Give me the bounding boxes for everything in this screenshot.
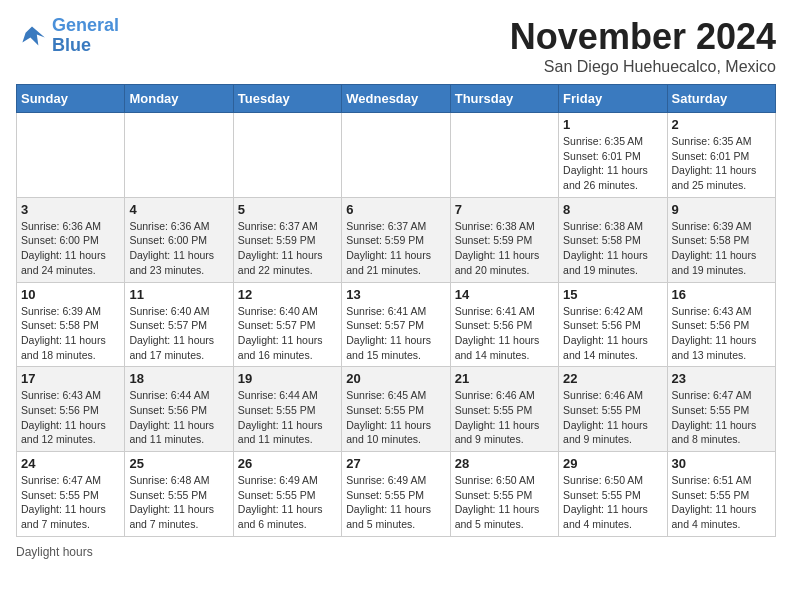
day-number: 7 bbox=[455, 202, 554, 217]
calendar-cell: 30Sunrise: 6:51 AMSunset: 5:55 PMDayligh… bbox=[667, 452, 775, 537]
day-number: 16 bbox=[672, 287, 771, 302]
day-info: Sunrise: 6:49 AMSunset: 5:55 PMDaylight:… bbox=[238, 473, 337, 532]
month-title: November 2024 bbox=[510, 16, 776, 58]
calendar-cell: 13Sunrise: 6:41 AMSunset: 5:57 PMDayligh… bbox=[342, 282, 450, 367]
calendar-cell bbox=[450, 113, 558, 198]
day-number: 4 bbox=[129, 202, 228, 217]
calendar-cell: 27Sunrise: 6:49 AMSunset: 5:55 PMDayligh… bbox=[342, 452, 450, 537]
day-info: Sunrise: 6:45 AMSunset: 5:55 PMDaylight:… bbox=[346, 388, 445, 447]
day-number: 3 bbox=[21, 202, 120, 217]
day-number: 29 bbox=[563, 456, 662, 471]
calendar-cell: 2Sunrise: 6:35 AMSunset: 6:01 PMDaylight… bbox=[667, 113, 775, 198]
calendar-cell: 17Sunrise: 6:43 AMSunset: 5:56 PMDayligh… bbox=[17, 367, 125, 452]
calendar-cell: 1Sunrise: 6:35 AMSunset: 6:01 PMDaylight… bbox=[559, 113, 667, 198]
day-number: 9 bbox=[672, 202, 771, 217]
footer: Daylight hours bbox=[16, 545, 776, 559]
day-info: Sunrise: 6:47 AMSunset: 5:55 PMDaylight:… bbox=[21, 473, 120, 532]
calendar-header-monday: Monday bbox=[125, 85, 233, 113]
calendar-cell: 21Sunrise: 6:46 AMSunset: 5:55 PMDayligh… bbox=[450, 367, 558, 452]
day-number: 20 bbox=[346, 371, 445, 386]
day-number: 28 bbox=[455, 456, 554, 471]
day-number: 8 bbox=[563, 202, 662, 217]
day-info: Sunrise: 6:43 AMSunset: 5:56 PMDaylight:… bbox=[672, 304, 771, 363]
day-info: Sunrise: 6:39 AMSunset: 5:58 PMDaylight:… bbox=[672, 219, 771, 278]
calendar-cell: 10Sunrise: 6:39 AMSunset: 5:58 PMDayligh… bbox=[17, 282, 125, 367]
day-number: 27 bbox=[346, 456, 445, 471]
calendar-cell: 11Sunrise: 6:40 AMSunset: 5:57 PMDayligh… bbox=[125, 282, 233, 367]
day-info: Sunrise: 6:41 AMSunset: 5:57 PMDaylight:… bbox=[346, 304, 445, 363]
day-number: 24 bbox=[21, 456, 120, 471]
calendar-week-row: 17Sunrise: 6:43 AMSunset: 5:56 PMDayligh… bbox=[17, 367, 776, 452]
calendar-header-saturday: Saturday bbox=[667, 85, 775, 113]
day-number: 2 bbox=[672, 117, 771, 132]
day-number: 11 bbox=[129, 287, 228, 302]
location-subtitle: San Diego Huehuecalco, Mexico bbox=[510, 58, 776, 76]
day-info: Sunrise: 6:35 AMSunset: 6:01 PMDaylight:… bbox=[563, 134, 662, 193]
calendar-cell: 14Sunrise: 6:41 AMSunset: 5:56 PMDayligh… bbox=[450, 282, 558, 367]
day-info: Sunrise: 6:36 AMSunset: 6:00 PMDaylight:… bbox=[21, 219, 120, 278]
calendar-cell: 8Sunrise: 6:38 AMSunset: 5:58 PMDaylight… bbox=[559, 197, 667, 282]
day-number: 22 bbox=[563, 371, 662, 386]
calendar-cell: 6Sunrise: 6:37 AMSunset: 5:59 PMDaylight… bbox=[342, 197, 450, 282]
day-info: Sunrise: 6:51 AMSunset: 5:55 PMDaylight:… bbox=[672, 473, 771, 532]
day-info: Sunrise: 6:48 AMSunset: 5:55 PMDaylight:… bbox=[129, 473, 228, 532]
calendar-header-friday: Friday bbox=[559, 85, 667, 113]
calendar-cell: 28Sunrise: 6:50 AMSunset: 5:55 PMDayligh… bbox=[450, 452, 558, 537]
calendar-header-thursday: Thursday bbox=[450, 85, 558, 113]
day-info: Sunrise: 6:36 AMSunset: 6:00 PMDaylight:… bbox=[129, 219, 228, 278]
calendar-cell: 5Sunrise: 6:37 AMSunset: 5:59 PMDaylight… bbox=[233, 197, 341, 282]
calendar-header-sunday: Sunday bbox=[17, 85, 125, 113]
day-number: 17 bbox=[21, 371, 120, 386]
logo: General Blue bbox=[16, 16, 119, 56]
day-info: Sunrise: 6:39 AMSunset: 5:58 PMDaylight:… bbox=[21, 304, 120, 363]
page-header: General Blue November 2024 San Diego Hue… bbox=[16, 16, 776, 76]
calendar-cell bbox=[17, 113, 125, 198]
day-number: 30 bbox=[672, 456, 771, 471]
day-info: Sunrise: 6:41 AMSunset: 5:56 PMDaylight:… bbox=[455, 304, 554, 363]
calendar-cell: 9Sunrise: 6:39 AMSunset: 5:58 PMDaylight… bbox=[667, 197, 775, 282]
calendar-cell bbox=[125, 113, 233, 198]
calendar-cell: 15Sunrise: 6:42 AMSunset: 5:56 PMDayligh… bbox=[559, 282, 667, 367]
calendar-week-row: 3Sunrise: 6:36 AMSunset: 6:00 PMDaylight… bbox=[17, 197, 776, 282]
calendar-header-wednesday: Wednesday bbox=[342, 85, 450, 113]
calendar-table: SundayMondayTuesdayWednesdayThursdayFrid… bbox=[16, 84, 776, 537]
day-number: 21 bbox=[455, 371, 554, 386]
calendar-cell: 22Sunrise: 6:46 AMSunset: 5:55 PMDayligh… bbox=[559, 367, 667, 452]
calendar-week-row: 10Sunrise: 6:39 AMSunset: 5:58 PMDayligh… bbox=[17, 282, 776, 367]
day-info: Sunrise: 6:38 AMSunset: 5:59 PMDaylight:… bbox=[455, 219, 554, 278]
day-info: Sunrise: 6:42 AMSunset: 5:56 PMDaylight:… bbox=[563, 304, 662, 363]
day-info: Sunrise: 6:47 AMSunset: 5:55 PMDaylight:… bbox=[672, 388, 771, 447]
calendar-header-tuesday: Tuesday bbox=[233, 85, 341, 113]
day-number: 25 bbox=[129, 456, 228, 471]
calendar-cell: 4Sunrise: 6:36 AMSunset: 6:00 PMDaylight… bbox=[125, 197, 233, 282]
calendar-cell: 20Sunrise: 6:45 AMSunset: 5:55 PMDayligh… bbox=[342, 367, 450, 452]
calendar-cell: 18Sunrise: 6:44 AMSunset: 5:56 PMDayligh… bbox=[125, 367, 233, 452]
calendar-cell: 23Sunrise: 6:47 AMSunset: 5:55 PMDayligh… bbox=[667, 367, 775, 452]
day-number: 18 bbox=[129, 371, 228, 386]
day-number: 14 bbox=[455, 287, 554, 302]
day-info: Sunrise: 6:38 AMSunset: 5:58 PMDaylight:… bbox=[563, 219, 662, 278]
calendar-week-row: 24Sunrise: 6:47 AMSunset: 5:55 PMDayligh… bbox=[17, 452, 776, 537]
calendar-cell: 19Sunrise: 6:44 AMSunset: 5:55 PMDayligh… bbox=[233, 367, 341, 452]
calendar-cell: 25Sunrise: 6:48 AMSunset: 5:55 PMDayligh… bbox=[125, 452, 233, 537]
day-info: Sunrise: 6:44 AMSunset: 5:56 PMDaylight:… bbox=[129, 388, 228, 447]
calendar-cell: 16Sunrise: 6:43 AMSunset: 5:56 PMDayligh… bbox=[667, 282, 775, 367]
day-number: 6 bbox=[346, 202, 445, 217]
day-info: Sunrise: 6:46 AMSunset: 5:55 PMDaylight:… bbox=[563, 388, 662, 447]
day-number: 23 bbox=[672, 371, 771, 386]
title-block: November 2024 San Diego Huehuecalco, Mex… bbox=[510, 16, 776, 76]
calendar-cell: 29Sunrise: 6:50 AMSunset: 5:55 PMDayligh… bbox=[559, 452, 667, 537]
day-info: Sunrise: 6:40 AMSunset: 5:57 PMDaylight:… bbox=[129, 304, 228, 363]
calendar-header-row: SundayMondayTuesdayWednesdayThursdayFrid… bbox=[17, 85, 776, 113]
day-info: Sunrise: 6:43 AMSunset: 5:56 PMDaylight:… bbox=[21, 388, 120, 447]
day-number: 1 bbox=[563, 117, 662, 132]
day-info: Sunrise: 6:44 AMSunset: 5:55 PMDaylight:… bbox=[238, 388, 337, 447]
calendar-week-row: 1Sunrise: 6:35 AMSunset: 6:01 PMDaylight… bbox=[17, 113, 776, 198]
calendar-cell: 12Sunrise: 6:40 AMSunset: 5:57 PMDayligh… bbox=[233, 282, 341, 367]
calendar-cell: 26Sunrise: 6:49 AMSunset: 5:55 PMDayligh… bbox=[233, 452, 341, 537]
day-info: Sunrise: 6:50 AMSunset: 5:55 PMDaylight:… bbox=[563, 473, 662, 532]
day-number: 26 bbox=[238, 456, 337, 471]
calendar-cell: 7Sunrise: 6:38 AMSunset: 5:59 PMDaylight… bbox=[450, 197, 558, 282]
day-number: 13 bbox=[346, 287, 445, 302]
day-info: Sunrise: 6:35 AMSunset: 6:01 PMDaylight:… bbox=[672, 134, 771, 193]
